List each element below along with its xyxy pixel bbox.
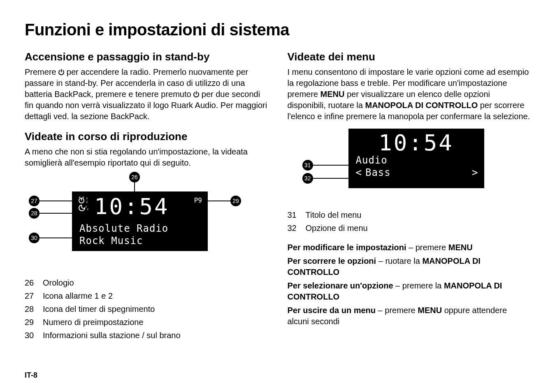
paragraph-power: Premere per accendere la radio. Premerlo… [25,67,268,122]
lcd-menu-diagram: 31 32 10:54 Audio < Bass > [288,129,497,198]
text-bold: Per selezionare un'opzione [288,281,393,290]
text-bold: MANOPOLA DI CONTROLLO [365,101,478,110]
lcd-screen: 1 2 z z 10:54 P9 Absolute Radio Rock Mus… [72,191,208,251]
heading-menus: Videate dei menu [288,51,531,63]
sleep-timer-icon: z z [78,205,90,211]
page-title: Funzioni e impostazioni di sistema [25,21,530,39]
text-bold: MENU [320,90,345,99]
lcd-preset: P9 [190,194,202,204]
legend-num: 27 [25,289,36,302]
text: Premere [25,67,58,76]
svg-text:2: 2 [86,201,88,204]
lcd-menu-title: Audio [354,154,478,166]
lcd-genre: Rock Music [78,235,202,247]
right-column: Videate dei menu I menu consentono di im… [288,51,531,342]
lcd-menu-option-text: Bass [365,166,391,179]
callout-line [313,165,348,166]
legend-item: 28Icona del timer di spegnimento [25,302,268,316]
legend-item: 26Orologio [25,276,268,289]
legend-text: Opzione di menu [306,221,368,235]
callout-badge-27: 27 [29,196,39,206]
heading-nowplaying: Videate in corso di riproduzione [25,130,268,143]
instruction: Per modificare le impostazioni – premere… [288,242,531,253]
lcd-menu-clock: 10:54 [354,131,478,154]
svg-text:z: z [87,208,88,211]
paragraph-nowplaying: A meno che non si stia regolando un'impo… [25,146,268,168]
legend-num: 28 [25,302,36,316]
callout-badge-31: 31 [302,160,313,171]
instruction: Per scorrere le opzioni – ruotare la MAN… [288,256,531,278]
legend-item: 30Informazioni sulla stazione / sul bran… [25,329,268,342]
callout-line [313,178,348,179]
left-column: Accensione e passaggio in stand-by Preme… [25,51,268,342]
callout-badge-30: 30 [29,233,39,243]
text-bold: Per uscire da un menu [288,306,376,315]
chevron-left-icon: < [356,166,362,179]
legend-item: 27Icona allarme 1 e 2 [25,289,268,302]
text-bold: Per scorrere le opzioni [288,256,376,265]
text-bold: MENU [418,306,442,315]
callout-badge-26: 26 [129,172,140,182]
legend-text: Titolo del menu [306,208,362,221]
text-bold: Per modificare le impostazioni [288,243,406,252]
lcd-clock: 10:54 [94,194,187,218]
heading-power: Accensione e passaggio in stand-by [25,51,268,63]
callout-line [207,201,230,201]
legend-text: Icona allarme 1 e 2 [43,289,113,302]
power-icon [58,69,64,75]
svg-line-2 [79,197,80,198]
svg-text:1: 1 [86,197,88,200]
paragraph-menus: I menu consentono di impostare le varie … [288,67,531,122]
instruction: Per selezionare un'opzione – premere la … [288,280,531,302]
svg-line-3 [83,197,84,198]
power-icon [193,92,199,97]
lcd-screen-menu: 10:54 Audio < Bass > [348,129,484,188]
callout-line [39,238,72,238]
legend-list-right: 31Titolo del menu 32Opzione di menu [288,208,531,235]
legend-text: Icona del timer di spegnimento [43,302,155,316]
page-number: IT-8 [25,371,37,380]
lcd-menu-option: < Bass > [354,166,478,179]
lcd-station: Absolute Radio [78,222,202,235]
text: – premere [376,306,418,315]
callout-line [39,201,72,201]
alarm-icon: 1 2 [78,196,90,204]
legend-num: 26 [25,276,36,289]
legend-num: 30 [25,329,36,342]
text: – ruotare la [376,256,422,265]
chevron-right-icon: > [472,166,478,179]
text-bold: MENU [448,243,473,252]
legend-text: Numero di preimpostazione [43,316,144,329]
lcd-nowplaying-diagram: 26 27 28 30 29 [25,175,235,265]
text: – premere [406,243,448,252]
callout-badge-29: 29 [230,196,241,206]
legend-num: 29 [25,316,36,329]
legend-text: Orologio [43,276,74,289]
callout-badge-32: 32 [302,173,313,184]
instruction: Per uscire da un menu – premere MENU opp… [288,305,531,327]
legend-text: Informazioni sulla stazione / sul brano [43,329,181,342]
legend-num: 32 [288,221,299,235]
legend-list-left: 26Orologio 27Icona allarme 1 e 2 28Icona… [25,276,268,342]
legend-item: 31Titolo del menu [288,208,531,221]
callout-badge-28: 28 [29,208,39,219]
legend-item: 32Opzione di menu [288,221,531,235]
legend-num: 31 [288,208,299,221]
text: – premere la [393,281,444,290]
legend-item: 29Numero di preimpostazione [25,316,268,329]
callout-line [39,213,72,214]
